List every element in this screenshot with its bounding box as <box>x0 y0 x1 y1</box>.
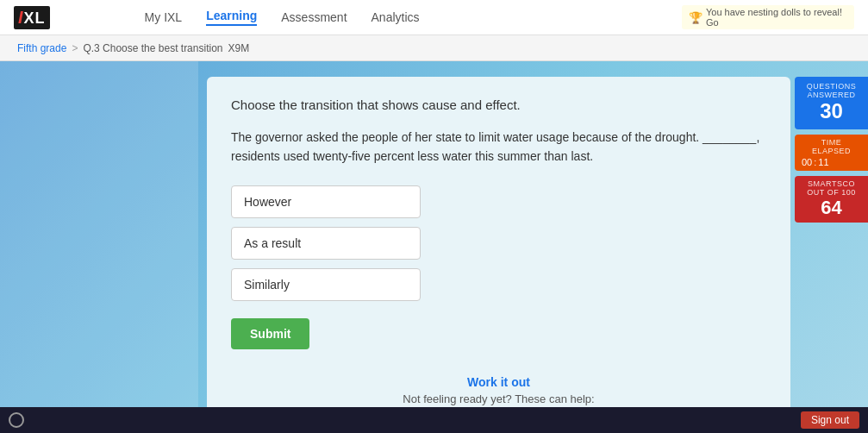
main-area: Choose the transition that shows cause a… <box>0 61 868 433</box>
navbar: IXL My IXL Learning Assessment Analytics… <box>0 0 868 35</box>
taskbar: Sign out <box>0 407 868 433</box>
questions-answered-value: 30 <box>803 99 859 124</box>
left-sidebar <box>0 61 198 433</box>
smart-score-value: 64 <box>802 197 861 219</box>
questions-answered-card: Questionsanswered 30 <box>795 77 868 129</box>
nav-learning[interactable]: Learning <box>206 9 257 26</box>
work-it-out-subtitle: Not feeling ready yet? These can help: <box>231 392 766 405</box>
nav-my-ixl[interactable]: My IXL <box>145 10 183 24</box>
sign-out-button[interactable]: Sign out <box>801 411 859 429</box>
nav-analytics[interactable]: Analytics <box>372 10 420 24</box>
passage-text: The governor asked the people of her sta… <box>231 128 766 166</box>
question-instruction: Choose the transition that shows cause a… <box>231 97 766 112</box>
breadcrumb-separator: > <box>72 42 78 54</box>
option-however[interactable]: However <box>231 185 421 218</box>
logo-box: IXL <box>14 6 50 29</box>
breadcrumb-item: Q.3 Choose the best transition <box>83 42 222 54</box>
time-elapsed-label: Timeelapsed <box>802 138 861 155</box>
logo-xl: XL <box>24 9 46 27</box>
option-similarly[interactable]: Similarly <box>231 268 421 301</box>
right-sidebar: Questionsanswered 30 Timeelapsed 00 : 11… <box>790 61 868 433</box>
breadcrumb-code: X9M <box>228 42 249 54</box>
notification-text: You have nesting dolls to reveal! Go <box>706 7 847 28</box>
notification-banner: 🏆 You have nesting dolls to reveal! Go <box>682 5 854 29</box>
answer-options: However As a result Similarly <box>231 185 766 301</box>
nav-right: 🏆 You have nesting dolls to reveal! Go <box>682 5 854 29</box>
smart-score-sub: out of 100 <box>802 188 861 197</box>
taskbar-circle <box>9 412 24 428</box>
submit-button[interactable]: Submit <box>231 318 309 349</box>
work-it-out-title: Work it out <box>231 375 766 389</box>
questions-answered-label: Questionsanswered <box>803 82 859 99</box>
time-elapsed-value: 00 : 11 <box>802 157 861 167</box>
nav-assessment[interactable]: Assessment <box>281 10 347 24</box>
logo[interactable]: IXL <box>14 6 50 29</box>
breadcrumb-bar: Fifth grade > Q.3 Choose the best transi… <box>0 35 868 61</box>
time-elapsed-card: Timeelapsed 00 : 11 <box>795 135 868 171</box>
smart-score-card: SmartSco out of 100 64 <box>795 176 868 223</box>
smart-score-label: SmartSco <box>802 179 861 188</box>
trophy-icon: 🏆 <box>689 11 703 24</box>
breadcrumb-grade[interactable]: Fifth grade <box>17 42 66 54</box>
question-panel: Choose the transition that shows cause a… <box>207 77 790 417</box>
nav-links: My IXL Learning Assessment Analytics <box>145 9 420 26</box>
option-as-a-result[interactable]: As a result <box>231 227 421 260</box>
